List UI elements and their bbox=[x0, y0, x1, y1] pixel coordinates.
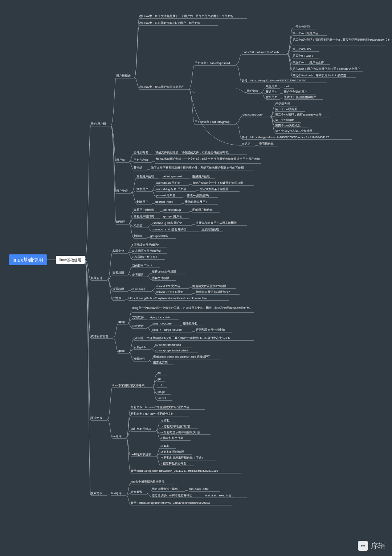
leaf: 图形化安装 bbox=[153, 361, 168, 364]
watermark: 序辑 bbox=[358, 541, 385, 551]
leaf: .zip bbox=[157, 371, 162, 374]
leaf: dpkg bbox=[118, 320, 124, 323]
leaf: 文件所有者 bbox=[134, 151, 148, 154]
leaf: 用户所在组 bbox=[134, 158, 148, 162]
leaf: -z 打包时同时进行压缩 bbox=[160, 425, 190, 428]
leaf: 系统用户 bbox=[266, 85, 277, 88]
leaf: 添加组 bbox=[134, 224, 142, 227]
branch-search[interactable]: 搜索命令 bbox=[91, 492, 102, 495]
leaf: 安装软件 bbox=[134, 357, 145, 360]
leaf: groupdel 组名 bbox=[150, 234, 168, 238]
leaf: find ./kali/ -exec ls {} \; bbox=[205, 494, 233, 497]
leaf: 随软件所创建的虚拟用户 bbox=[284, 96, 316, 99]
leaf: root bbox=[284, 85, 289, 88]
leaf: gdebi是一个轻量级的deb安装工具,它能代替臃肿的ubuntu软件中心安装d… bbox=[134, 337, 230, 340]
root-label: linux基础使用 bbox=[13, 257, 44, 263]
leaf: 参考图片 bbox=[132, 273, 144, 276]
leaf: userdel -r key bbox=[155, 200, 173, 204]
leaf: chmod -R 777 目录名 bbox=[156, 290, 184, 294]
leaf: 第三个0为组ID bbox=[275, 118, 294, 122]
leaf: 例如:sudo gdebi sogoupinyin.deb 选择y即可 bbox=[153, 355, 210, 358]
leaf: root:x:0:root,key bbox=[242, 113, 262, 116]
mindmap-canvas: linux基础使用 linux基础使用 用户/用户组 用户组概念 在Linux中… bbox=[0, 0, 392, 556]
leaf: 删除用户 bbox=[136, 200, 148, 204]
leaf: 第五个root：用户名全称 bbox=[293, 61, 324, 64]
leaf: tar打包时的选项 bbox=[131, 427, 151, 431]
leaf: 卸载软件 bbox=[132, 325, 144, 328]
leaf: 命令参数 bbox=[131, 490, 142, 493]
leaf: 图解Linux文件权限 bbox=[152, 270, 176, 273]
leaf: 第一个root为组名 bbox=[275, 108, 298, 111]
leaf: 安装软件 bbox=[132, 316, 144, 319]
leaf: r 表示读文件 数值为4 bbox=[132, 243, 160, 246]
leaf: 直接添加组会用户从原来组删除 bbox=[196, 221, 237, 225]
leaf: 修改key的新密码 bbox=[187, 194, 209, 197]
leaf: w 表示写文件 数值为2 bbox=[132, 249, 161, 253]
branch-permissions[interactable]: 权限管理 bbox=[90, 277, 102, 280]
leaf: find命令 bbox=[111, 492, 122, 495]
watermark-text: 序辑 bbox=[371, 541, 385, 551]
leaf: chmod命令 bbox=[131, 287, 146, 291]
leaf: 给当前目录递归权限为777 bbox=[196, 290, 230, 294]
leaf: dpkg -r xxx.deb bbox=[152, 322, 172, 325]
branch-users[interactable]: 用户/用户组 bbox=[91, 122, 106, 125]
leaf: 小游戏 bbox=[113, 297, 121, 300]
branch-compress[interactable]: 压缩命令 bbox=[91, 416, 102, 420]
leaf: 指定目录查找并输出 bbox=[151, 487, 178, 491]
leaf: -v 解包时显示出详细信息（可选） bbox=[160, 456, 204, 459]
leaf: 设置权限 bbox=[113, 287, 124, 291]
leaf: groups 用户名 bbox=[163, 215, 182, 218]
node[interactable]: 用户组 bbox=[116, 158, 125, 162]
root-node[interactable]: linux基础使用 bbox=[9, 254, 47, 265]
leaf: cat /etc/group bbox=[163, 208, 181, 211]
node[interactable]: 用户管理 bbox=[116, 189, 128, 193]
leaf: 查看用户组归属 bbox=[134, 215, 154, 218]
leaf: 在Linux中，保存用户组的信息是在 bbox=[139, 85, 184, 89]
leaf: ：号为分割符 bbox=[293, 25, 310, 28]
leaf: 其他组 bbox=[134, 166, 142, 169]
leaf: .bz2 bbox=[157, 384, 163, 387]
leaf: 追加到新的组 bbox=[201, 228, 219, 231]
leaf: usermod -a -G 组名 用户名 bbox=[152, 228, 187, 231]
node-usergroup-concept[interactable]: 用户组概念 bbox=[116, 74, 131, 77]
leaf: sudo apt-get install gdebi bbox=[155, 349, 188, 352]
leaf: linux下常用压缩文件格式 bbox=[113, 384, 144, 387]
leaf: 第四个root为组成员 bbox=[275, 124, 301, 127]
leaf: 图解用户组信息 bbox=[192, 208, 213, 211]
leaf: cat /etc/passwd bbox=[162, 175, 182, 178]
leaf: useradd -g 组名 用户名 bbox=[156, 188, 186, 191]
leaf: 自动在home文件夹下创建用户名的目录 bbox=[192, 181, 243, 185]
leaf: 添加用户 bbox=[136, 188, 148, 191]
leaf: :号为分割符 bbox=[275, 102, 290, 105]
leaf: 指定目录以shell脚本运行并输出 bbox=[151, 494, 192, 497]
leaf: -c 打包 bbox=[160, 419, 170, 422]
leaf: 查看组信息 bbox=[259, 142, 274, 145]
leaf: .tar.gz bbox=[157, 390, 165, 394]
leaf: dpkg -r --purge xxx.deb bbox=[152, 328, 182, 331]
branch-software[interactable]: 软件安装管理 bbox=[91, 335, 108, 338]
sub-label: linux基础使用 bbox=[60, 258, 82, 262]
leaf: 安装gdebi bbox=[134, 346, 147, 349]
leaf: 用户信息： cat /etc/passwd bbox=[195, 61, 230, 65]
leaf: find命令所查找的目录路径 bbox=[131, 480, 164, 483]
leaf: 查看用户组信息 bbox=[134, 208, 154, 211]
leaf: 参考:https://blog.csdn.net/weixin_38111957… bbox=[131, 469, 219, 472]
leaf: 图解用户信息 bbox=[192, 175, 210, 178]
leaf: 参考：https://blog.51cto.com/983836259/1634… bbox=[242, 79, 306, 82]
node[interactable]: 组管理 bbox=[116, 220, 125, 223]
leaf: 在Linux中，每个文件都是属于一个用户的，而每个用户都属于一个用户组。 bbox=[139, 15, 236, 18]
sub-node[interactable]: linux基础使用 bbox=[56, 256, 85, 264]
leaf: 解包命令：tar -xzvf 指定解包文件 bbox=[131, 412, 174, 415]
leaf: 用户划分 bbox=[247, 89, 258, 93]
leaf: tar命令 bbox=[113, 435, 122, 438]
leaf: 当前目录下 ls -l bbox=[132, 264, 152, 267]
leaf: -x 解包 bbox=[160, 444, 170, 448]
leaf: 第五个,key代表第二个组成员 bbox=[275, 129, 313, 133]
leaf: root:x:0:0:root:/root:/bin/bash bbox=[242, 51, 279, 54]
leaf: chmod 777 文件名 bbox=[156, 285, 180, 288]
leaf: 第一个root为用户名 bbox=[293, 32, 318, 35]
leaf: 第三个0为UID； bbox=[293, 48, 314, 51]
leaf: .tar.bz2 bbox=[157, 396, 167, 400]
leaf: 指定添加到某个组里面 bbox=[199, 188, 229, 191]
leaf: useradd -m 用户名 bbox=[156, 181, 180, 185]
